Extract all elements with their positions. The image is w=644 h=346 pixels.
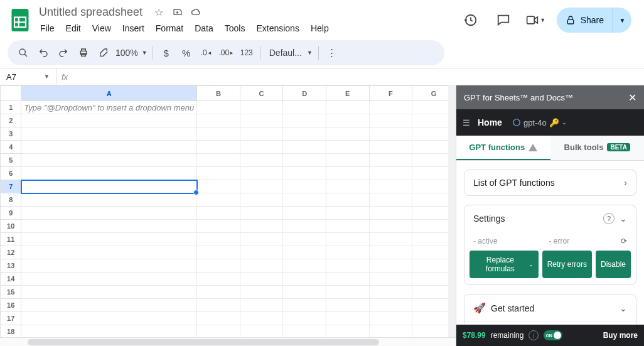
increase-decimal-icon[interactable]: .00►	[217, 43, 236, 62]
redo-icon[interactable]	[54, 43, 73, 62]
cell-E5[interactable]	[326, 154, 369, 167]
cell-C4[interactable]	[240, 141, 283, 154]
row-header-17[interactable]: 17	[1, 312, 21, 325]
tab-bulk-tools[interactable]: Bulk tools BETA	[550, 136, 645, 160]
decrease-decimal-icon[interactable]: .0◄	[197, 43, 216, 62]
cell-D1[interactable]	[283, 101, 326, 114]
disable-button[interactable]: Disable	[596, 251, 631, 278]
cell-A16[interactable]	[21, 299, 197, 312]
model-selector[interactable]: gpt-4o 🔑 ⌄	[512, 118, 567, 127]
retry-errors-button[interactable]: Retry errors	[542, 251, 592, 278]
row-header-12[interactable]: 12	[1, 246, 21, 259]
cell-C7[interactable]	[240, 180, 283, 193]
search-menus-icon[interactable]	[14, 43, 33, 62]
row-header-18[interactable]: 18	[1, 325, 21, 338]
col-header-F[interactable]: F	[369, 86, 412, 101]
cell-E4[interactable]	[326, 141, 369, 154]
cell-C9[interactable]	[240, 207, 283, 220]
menu-view[interactable]: View	[87, 21, 116, 36]
cell-C8[interactable]	[240, 193, 283, 207]
row-header-7[interactable]: 7	[1, 180, 21, 193]
cell-F8[interactable]	[369, 193, 412, 207]
settings-row[interactable]: Settings ? ⌄	[464, 205, 636, 232]
cell-D15[interactable]	[283, 286, 326, 299]
cell-D16[interactable]	[283, 299, 326, 312]
cell-F1[interactable]	[369, 101, 412, 114]
cell-B14[interactable]	[197, 273, 240, 286]
replace-formulas-button[interactable]: Replace formulas⌄	[470, 251, 539, 278]
cell-B2[interactable]	[197, 114, 240, 127]
cell-D9[interactable]	[283, 207, 326, 220]
zoom-select[interactable]: 100%▼	[114, 48, 149, 58]
cell-A14[interactable]	[21, 273, 197, 286]
cell-A18[interactable]	[21, 325, 197, 338]
name-box[interactable]: A7▼	[0, 68, 56, 85]
cell-E16[interactable]	[326, 299, 369, 312]
row-header-6[interactable]: 6	[1, 167, 21, 180]
cell-F4[interactable]	[369, 141, 412, 154]
cell-B16[interactable]	[197, 299, 240, 312]
cell-E10[interactable]	[326, 220, 369, 233]
cell-F18[interactable]	[369, 325, 412, 338]
col-header-A[interactable]: A	[21, 86, 197, 101]
menu-file[interactable]: File	[35, 21, 60, 36]
cell-F14[interactable]	[369, 273, 412, 286]
cell-C10[interactable]	[240, 220, 283, 233]
cell-E1[interactable]	[326, 101, 369, 114]
cell-D11[interactable]	[283, 233, 326, 246]
cell-D7[interactable]	[283, 180, 326, 193]
cell-B12[interactable]	[197, 246, 240, 259]
cell-D13[interactable]	[283, 259, 326, 273]
cell-B4[interactable]	[197, 141, 240, 154]
cell-F15[interactable]	[369, 286, 412, 299]
cell-D4[interactable]	[283, 141, 326, 154]
cell-A1[interactable]: Type "@Dropdown" to insert a dropdown me…	[21, 101, 197, 114]
tab-gpt-functions[interactable]: GPT functions	[456, 136, 550, 160]
row-header-9[interactable]: 9	[1, 207, 21, 220]
font-select[interactable]: Defaul...▼	[264, 48, 314, 58]
cell-E11[interactable]	[326, 233, 369, 246]
paint-format-icon[interactable]	[94, 43, 113, 62]
cell-E8[interactable]	[326, 193, 369, 207]
row-header-8[interactable]: 8	[1, 193, 21, 207]
cell-F13[interactable]	[369, 259, 412, 273]
cell-A7[interactable]	[21, 180, 197, 193]
cell-A10[interactable]	[21, 220, 197, 233]
history-icon[interactable]	[459, 8, 483, 32]
cell-B3[interactable]	[197, 127, 240, 141]
currency-icon[interactable]: $	[157, 43, 176, 62]
info-icon[interactable]: i	[529, 330, 539, 340]
cell-A3[interactable]	[21, 127, 197, 141]
cell-A8[interactable]	[21, 193, 197, 207]
col-header-E[interactable]: E	[326, 86, 369, 101]
cell-B17[interactable]	[197, 312, 240, 325]
cloud-status-icon[interactable]	[190, 6, 203, 18]
share-dropdown[interactable]: ▼	[613, 8, 631, 33]
cell-B13[interactable]	[197, 259, 240, 273]
cell-B10[interactable]	[197, 220, 240, 233]
cell-B1[interactable]	[197, 101, 240, 114]
cell-F9[interactable]	[369, 207, 412, 220]
cell-C14[interactable]	[240, 273, 283, 286]
buy-more-button[interactable]: Buy more	[603, 331, 638, 340]
cell-C6[interactable]	[240, 167, 283, 180]
refresh-icon[interactable]: ⟳	[621, 237, 627, 246]
row-header-15[interactable]: 15	[1, 286, 21, 299]
cell-C2[interactable]	[240, 114, 283, 127]
cell-B15[interactable]	[197, 286, 240, 299]
cell-C13[interactable]	[240, 259, 283, 273]
cell-C17[interactable]	[240, 312, 283, 325]
number-format[interactable]: 123	[237, 43, 256, 62]
cell-F10[interactable]	[369, 220, 412, 233]
menu-format[interactable]: Format	[151, 21, 188, 36]
cell-C15[interactable]	[240, 286, 283, 299]
cell-E15[interactable]	[326, 286, 369, 299]
close-icon[interactable]: ✕	[628, 92, 636, 104]
cell-F16[interactable]	[369, 299, 412, 312]
cell-A13[interactable]	[21, 259, 197, 273]
menu-insert[interactable]: Insert	[117, 21, 149, 36]
col-header-C[interactable]: C	[240, 86, 283, 101]
menu-help[interactable]: Help	[306, 21, 334, 36]
cell-E12[interactable]	[326, 246, 369, 259]
cell-A2[interactable]	[21, 114, 197, 127]
